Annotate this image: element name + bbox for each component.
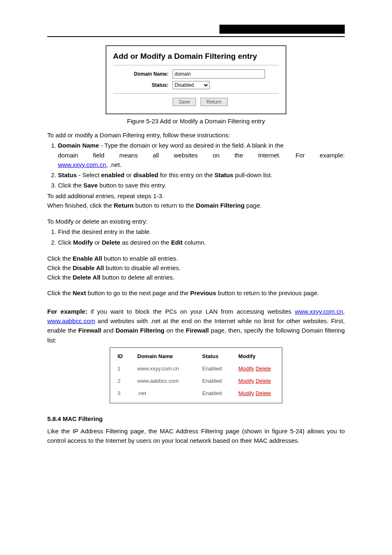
ex-and: and — [101, 327, 115, 334]
nd: Previous — [190, 289, 216, 296]
domain-filter-panel: Add or Modify a Domain Filtering entry D… — [106, 45, 286, 114]
ex-on: on the — [164, 327, 186, 334]
ex-fw: Firewall — [78, 327, 101, 334]
m2e: as desired on the — [120, 239, 171, 246]
s2b: - Select — [77, 171, 101, 178]
mod-step-1: Find the desired entry in the table. — [58, 227, 345, 236]
cell-id: 2 — [116, 375, 136, 387]
status-label: Status: — [113, 82, 173, 88]
ex-lead: For example: — [47, 308, 87, 315]
cell-domain: www.xxyy.com.cn — [136, 363, 201, 375]
ex-link2[interactable]: www.aabbcc.com — [47, 317, 95, 324]
w7: the — [235, 150, 243, 160]
s2h: pull-down list. — [233, 171, 272, 178]
cell-domain: www.aabbcc.com — [136, 375, 201, 387]
domain-name-input[interactable] — [173, 69, 265, 79]
ex-link1[interactable]: www.xxyy.com.cn — [295, 308, 343, 315]
s2g: Status — [214, 171, 233, 178]
example-link-1[interactable]: www.xxyy.com.cn — [58, 161, 106, 168]
cell-id: 3 — [116, 387, 136, 400]
w6: on — [213, 150, 220, 160]
ex-fwp: Firewall — [186, 327, 209, 334]
mod-step-2: Click Modify or Delete as desired on the… — [58, 238, 345, 247]
save-button[interactable]: Save — [173, 98, 196, 106]
modify-link[interactable]: Modify — [238, 390, 254, 396]
w2: field — [93, 150, 105, 160]
panel-divider — [113, 65, 279, 65]
status-select[interactable]: Disabled — [173, 81, 210, 89]
section-title: MAC Filtering — [63, 415, 103, 422]
cell-status: Enabled — [201, 387, 237, 400]
nav-line: Click the Next button to go to the next … — [47, 288, 345, 298]
modify-head: To Modify or delete an existing entry: — [47, 217, 345, 226]
b3b: Delete All — [73, 274, 101, 281]
panel-button-row: Save Return — [113, 93, 279, 106]
delete-link[interactable]: Delete — [256, 365, 271, 372]
step-1: Domain Name - Type the domain or key wor… — [58, 141, 345, 169]
return-button[interactable]: Return — [201, 98, 228, 106]
w8: Internet. — [258, 150, 281, 160]
w1: domain — [58, 150, 78, 160]
th-modify: Modify — [237, 350, 276, 363]
example-para: For example: if you want to block the PC… — [47, 307, 345, 345]
section-body: Like the IP Address Filtering page, the … — [47, 426, 345, 446]
b2b: Disable All — [73, 264, 104, 271]
add-more: To add additional entries, repeat steps … — [47, 191, 345, 201]
nb: Next — [73, 289, 86, 296]
enable-all-line: Click the Enable All button to enable al… — [47, 254, 345, 263]
delete-link[interactable]: Delete — [256, 390, 271, 396]
b2a: Click the — [47, 264, 73, 271]
s2e: disabled — [133, 171, 158, 178]
fd: Domain Filtering — [196, 202, 244, 209]
domain-filter-table: ID Domain Name Status Modify 1 www.xxyy.… — [110, 347, 282, 404]
cell-domain: .net — [136, 387, 201, 400]
delete-link[interactable]: Delete — [256, 378, 271, 384]
th-id: ID — [116, 350, 136, 363]
m2b: Modify — [73, 239, 93, 246]
cell-status: Enabled — [201, 363, 237, 375]
cell-status: Enabled — [201, 375, 237, 387]
step1-label: Domain Name — [58, 142, 99, 149]
th-status: Status — [201, 350, 237, 363]
w10: example: — [320, 150, 345, 160]
w4: all — [153, 150, 159, 160]
fa: When finished, click the — [47, 202, 114, 209]
ex-sep: , — [343, 308, 345, 315]
modify-link[interactable]: Modify — [238, 378, 254, 384]
ex-df: Domain Filtering — [115, 327, 164, 334]
step2-label: Status — [58, 171, 77, 178]
table-row: 2 www.aabbcc.com Enabled Modify Delete — [116, 375, 276, 387]
nc: button to go to the next page and the — [86, 289, 190, 296]
ne: button to return to the previous page. — [216, 289, 319, 296]
b1a: Click the — [47, 255, 73, 262]
m2c: or — [93, 239, 102, 246]
cell-modify: Modify Delete — [237, 363, 276, 375]
status-row: Status: Disabled — [113, 81, 279, 89]
m2d: Delete — [102, 239, 120, 246]
fb: Return — [114, 202, 134, 209]
b1b: Enable All — [73, 255, 102, 262]
ex-b: if you want to block the PCs on your LAN… — [87, 308, 295, 315]
cell-modify: Modify Delete — [237, 375, 276, 387]
b1c: button to enable all entries. — [102, 255, 178, 262]
na: Click the — [47, 289, 73, 296]
section-num: 5.8.4 — [47, 415, 63, 422]
fc: button to return to the — [134, 202, 196, 209]
m2a: Click — [58, 239, 73, 246]
m2f: Edit — [171, 239, 182, 246]
section-heading: 5.8.4 MAC Filtering — [47, 414, 345, 423]
delete-all-line: Click the Delete All button to delete al… — [47, 273, 345, 282]
th-domain: Domain Name — [136, 350, 201, 363]
figure-caption: Figure 5-23 Add or Modify a Domain Filte… — [47, 118, 345, 125]
step-2: Status - Select enabled or disabled for … — [58, 170, 345, 180]
m2g: column. — [182, 239, 206, 246]
b2c: button to disable all entries. — [104, 264, 181, 271]
table-row: 3 .net Enabled Modify Delete — [116, 387, 276, 400]
modify-link[interactable]: Modify — [238, 365, 254, 372]
step-3: Click the Save button to save this entry… — [58, 180, 345, 190]
domain-name-label: Domain Name: — [113, 71, 173, 77]
s3b: Save — [83, 182, 98, 189]
step1-text-a: - Type the domain or key word as desired… — [99, 142, 284, 149]
table-row: 1 www.xxyy.com.cn Enabled Modify Delete — [116, 363, 276, 375]
header-divider — [47, 36, 345, 37]
